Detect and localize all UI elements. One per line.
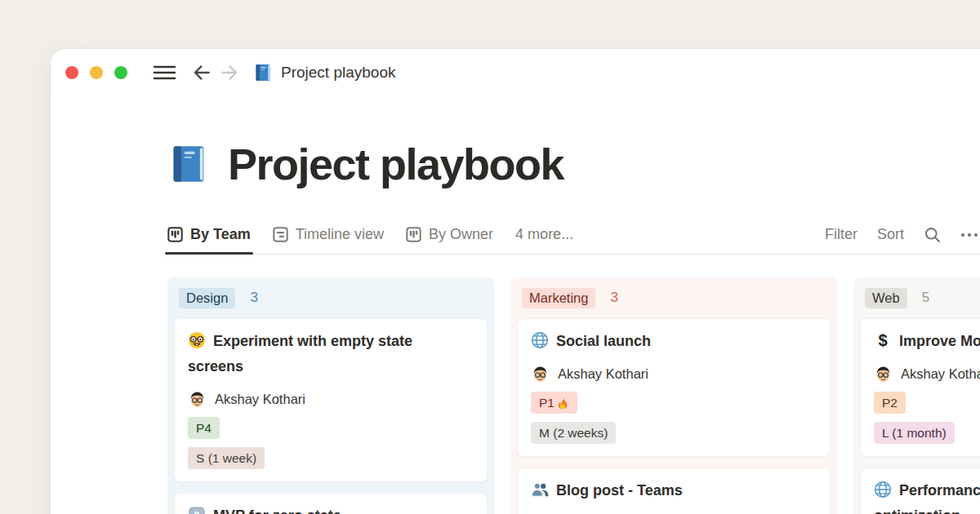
tag-chip: S (1 week) [188,447,265,469]
card-title-text: Experiment with empty state screens [188,333,412,374]
view-toolbar: Filter Sort [825,215,978,254]
card-tag-row: L (1 month) [874,422,980,444]
back-button[interactable] [191,62,212,83]
app-window: Project playbook Project playbook By Tea… [51,49,980,514]
tab-timeline-view[interactable]: Timeline view [273,215,384,254]
column-cards: Social launchAkshay KothariP1M (2 weeks)… [517,318,831,514]
board-view-icon [406,227,421,242]
tab-label: By Owner [429,226,493,243]
globe-icon [874,481,892,498]
column-count: 3 [250,290,257,306]
card-title-text: Improve Monetization [899,333,980,349]
column-group-chip[interactable]: Web [865,288,907,308]
card[interactable]: Performance optimization [860,467,980,514]
card-title-row: Blog post - Teams [531,478,786,503]
filter-button[interactable]: Filter [825,226,858,243]
board-column: Marketing3Social launchAkshay KothariP1M… [510,277,837,514]
tab-4-more-[interactable]: 4 more... [515,215,573,254]
forward-button[interactable] [219,62,240,83]
forward-arrow-icon [219,62,240,83]
column-cards: $Improve MonetizationAkshay KothariP2L (… [860,318,980,514]
nerd-face-icon [188,331,206,349]
sidebar-menu-button[interactable] [153,64,176,81]
busts-icon [531,481,549,498]
tab-label: 4 more... [515,226,573,243]
card[interactable]: Blog post - TeamsIvan Zhao [517,467,831,514]
breadcrumb-title: Project playbook [281,64,395,82]
card[interactable]: 0MVP for zero state [174,493,488,514]
close-button[interactable] [65,66,78,79]
card-title-row: 0MVP for zero state [188,503,443,514]
card-person-row: Akshay Kothari [188,390,474,409]
page-icon blue-book-icon[interactable] [167,143,210,185]
tag-chip: L (1 month) [874,422,955,444]
card-tag-row: P2 [874,392,980,414]
tag-label: P2 [882,394,898,411]
column-group-chip[interactable]: Design [179,288,235,308]
tab-label: By Team [190,226,251,243]
search-icon[interactable] [924,226,942,244]
card-tag-row: P4 [188,417,474,439]
person-name: Akshay Kothari [901,366,980,382]
tag-chip: P2 [874,392,906,414]
tag-label: M (2 weeks) [539,424,608,441]
board-column: Design3Experiment with empty state scree… [167,277,494,514]
card-title-row: Performance optimization [874,478,980,514]
tag-label: P1 [539,394,555,411]
sort-button[interactable]: Sort [877,226,904,243]
card-title-row: $Improve Monetization [874,329,980,354]
dollar-icon: $ [874,331,892,349]
back-arrow-icon [191,62,212,83]
keycap-zero-icon: 0 [188,506,206,514]
tag-chip: P1 [531,392,577,414]
card[interactable]: $Improve MonetizationAkshay KothariP2L (… [860,318,980,457]
card-title-text: MVP for zero state [213,507,341,514]
card-title-row: Social launch [531,329,786,354]
board-column: Web5$Improve MonetizationAkshay KothariP… [853,277,980,514]
tab-by-team[interactable]: By Team [167,215,251,254]
hamburger-icon [153,64,176,81]
tab-by-owner[interactable]: By Owner [406,215,493,254]
window-topbar: Project playbook [51,49,980,96]
blue-book-icon [253,63,273,82]
column-header: Marketing3 [517,284,831,312]
card[interactable]: Social launchAkshay KothariP1M (2 weeks) [517,318,831,457]
view-tabbar: By TeamTimeline viewBy Owner4 more... Fi… [167,215,980,255]
tag-label: S (1 week) [196,450,256,467]
timeline-view-icon [273,227,288,242]
avatar [188,390,207,409]
minimize-button[interactable] [90,66,103,79]
card-person-row: Akshay Kothari [531,365,817,383]
card-tag-row: P1 [531,392,817,414]
card[interactable]: Experiment with empty state screensAksha… [174,318,488,482]
card-tag-row: M (2 weeks) [531,422,817,444]
avatar [531,365,550,383]
card-title-text: Social launch [556,333,651,349]
zoom-button[interactable] [114,66,127,79]
board: Design3Experiment with empty state scree… [167,277,980,514]
card-person-row: Akshay Kothari [874,365,980,383]
page-title[interactable]: Project playbook [228,139,564,189]
board-view-icon [167,227,183,242]
card-tag-row: S (1 week) [188,447,474,469]
globe-icon [531,331,549,349]
more-options-button ellipsis-icon[interactable] [961,233,978,237]
column-group-chip[interactable]: Marketing [522,288,595,308]
card-title-text: Blog post - Teams [556,482,683,498]
column-header: Web5 [860,284,980,312]
svg-text:$: $ [878,331,887,349]
person-name: Akshay Kothari [215,392,305,407]
page-header: Project playbook [167,139,564,189]
breadcrumb[interactable]: Project playbook [253,63,395,82]
column-cards: Experiment with empty state screensAksha… [174,318,488,514]
avatar [874,365,893,383]
tag-label: L (1 month) [882,424,947,441]
tab-label: Timeline view [296,226,384,243]
column-count: 3 [610,290,617,306]
column-count: 5 [922,290,929,306]
column-header: Design3 [174,284,488,312]
tag-label: P4 [196,419,212,436]
svg-text:0: 0 [194,509,199,514]
fire-icon [556,397,569,410]
person-name: Akshay Kothari [558,366,648,382]
